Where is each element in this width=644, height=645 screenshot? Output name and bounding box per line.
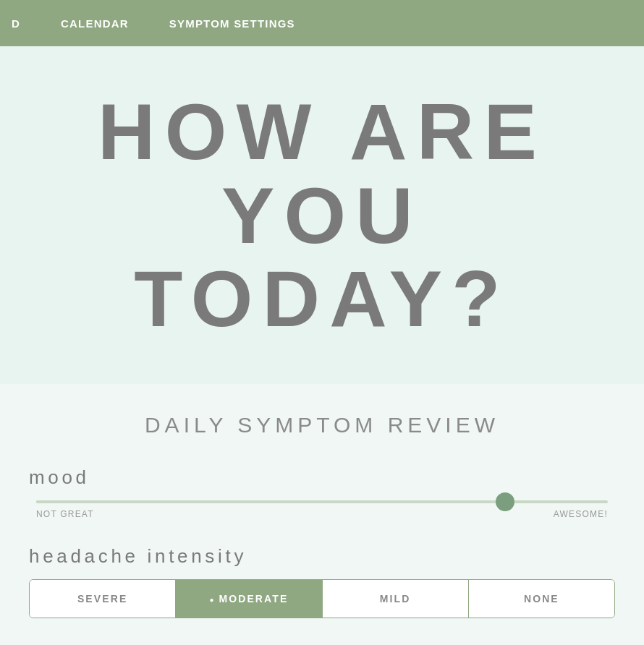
navigation: D CALENDAR SYMPTOM SETTINGS — [0, 0, 644, 46]
main-content: DAILY SYMPTOM REVIEW mood NOT GREAT AWES… — [0, 384, 644, 646]
headache-section: headache intensity SEVERE MODERATE MILD … — [29, 545, 615, 618]
mood-slider-labels: NOT GREAT AWESOME! — [36, 509, 608, 519]
headache-option-moderate[interactable]: MODERATE — [176, 580, 322, 618]
headache-option-mild[interactable]: MILD — [323, 580, 469, 618]
mood-max-label: AWESOME! — [554, 509, 608, 519]
headache-option-none[interactable]: NONE — [469, 580, 614, 618]
headache-option-severe[interactable]: SEVERE — [30, 580, 176, 618]
mood-slider-container: NOT GREAT AWESOME! — [29, 500, 615, 519]
nav-item-calendar[interactable]: CALENDAR — [41, 0, 149, 46]
mood-slider-track[interactable] — [36, 500, 608, 503]
hero-title: HOW ARE YOU TODAY? — [29, 90, 615, 341]
mood-slider-fill — [36, 500, 505, 503]
mood-min-label: NOT GREAT — [36, 509, 94, 519]
hero-section: HOW ARE YOU TODAY? — [0, 46, 644, 384]
daily-symptom-review-title: DAILY SYMPTOM REVIEW — [29, 413, 615, 437]
headache-label: headache intensity — [29, 545, 615, 568]
mood-label: mood — [29, 466, 615, 489]
nav-item-symptom-settings[interactable]: SYMPTOM SETTINGS — [149, 0, 315, 46]
mood-slider-thumb[interactable] — [496, 492, 514, 511]
mood-section: mood NOT GREAT AWESOME! — [29, 466, 615, 519]
headache-button-group: SEVERE MODERATE MILD NONE — [29, 579, 615, 618]
nav-item-d[interactable]: D — [0, 0, 41, 46]
